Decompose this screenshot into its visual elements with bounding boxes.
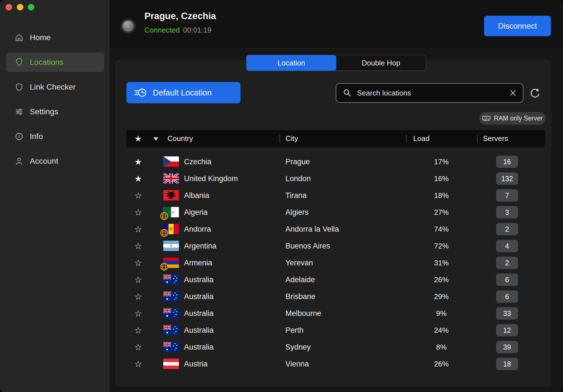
table-row[interactable]: ☆ Australia Perth 24% 12: [126, 322, 545, 339]
servers-count-badge: 132: [496, 172, 518, 185]
sidebar-item-label: Settings: [30, 107, 58, 116]
city-cell: Adelaide: [285, 271, 315, 288]
table-row[interactable]: ☆ Algeria Algiers 27% 3: [126, 204, 545, 221]
column-servers[interactable]: Servers: [483, 130, 508, 147]
table-row[interactable]: ☆ Albania Tirana 18% 7: [126, 187, 545, 204]
load-cell: 27%: [420, 204, 463, 221]
search-input[interactable]: [357, 88, 509, 98]
country-flag-icon: [163, 190, 179, 200]
mode-tabs: Location Double Hop: [246, 55, 426, 71]
home-icon: [15, 33, 24, 42]
city-cell: Yerevan: [285, 254, 313, 271]
country-flag-icon: [163, 308, 179, 318]
window-zoom-button[interactable]: [28, 4, 34, 10]
table-row[interactable]: ☆ Austria Vienna 26% 18: [126, 355, 545, 372]
sliders-icon: [15, 107, 24, 116]
city-cell: Tirana: [285, 187, 307, 204]
sidebar-item-settings[interactable]: Settings: [6, 102, 104, 121]
tab-double-hop[interactable]: Double Hop: [336, 55, 426, 70]
load-cell: 26%: [420, 355, 463, 372]
sidebar-item-info[interactable]: Info: [6, 127, 104, 146]
disconnect-button[interactable]: Disconnect: [484, 16, 551, 36]
favorite-star-outline-icon[interactable]: ☆: [134, 339, 142, 355]
load-cell: 18%: [420, 187, 463, 204]
load-cell: 16%: [420, 170, 463, 187]
sidebar-item-home[interactable]: Home: [6, 28, 104, 47]
favorite-star-outline-icon[interactable]: ☆: [134, 221, 142, 238]
favorite-star-outline-icon[interactable]: ☆: [134, 305, 142, 322]
person-icon: [15, 157, 24, 166]
favorite-star-filled-icon[interactable]: ★: [134, 170, 142, 187]
sidebar-item-label: Home: [30, 33, 51, 42]
load-cell: 29%: [420, 288, 463, 305]
load-cell: 74%: [420, 221, 463, 238]
favorite-star-outline-icon[interactable]: ☆: [134, 254, 142, 271]
table-row[interactable]: ★ United Kingdom London 16% 132: [126, 170, 545, 187]
servers-count-badge: 2: [496, 257, 518, 269]
window-minimize-button[interactable]: [17, 4, 23, 10]
table-row[interactable]: ☆ Andorra Andorra la Vella 74% 2: [126, 221, 545, 238]
load-cell: 8%: [420, 339, 463, 355]
servers-count-badge: 12: [496, 324, 518, 336]
table-row[interactable]: ☆ Australia Melbourne 9% 33: [126, 305, 545, 322]
table-row[interactable]: ☆ Argentina Buenos Aires 72% 4: [126, 238, 545, 254]
sidebar: Home Locations Link Checker Settings Inf…: [0, 0, 110, 392]
favorite-star-outline-icon[interactable]: ☆: [134, 288, 142, 305]
favorite-star-outline-icon[interactable]: ☆: [134, 238, 142, 254]
city-cell: Melbourne: [285, 305, 321, 322]
country-flag-icon: [163, 207, 179, 217]
table-row[interactable]: ☆ Australia Sydney 8% 39: [126, 339, 545, 355]
column-load[interactable]: Load: [413, 130, 430, 147]
tab-location[interactable]: Location: [246, 55, 336, 71]
clear-search-icon[interactable]: [509, 89, 517, 97]
table-row[interactable]: ☆ Australia Adelaide 26% 6: [126, 271, 545, 288]
servers-count-badge: 2: [496, 223, 518, 235]
window-close-button[interactable]: [6, 4, 12, 10]
country-flag-icon: [163, 224, 179, 234]
column-city[interactable]: City: [285, 130, 298, 147]
column-divider: [280, 135, 280, 143]
refresh-button[interactable]: [528, 87, 541, 100]
app-window: Home Locations Link Checker Settings Inf…: [0, 0, 563, 392]
servers-count-badge: 18: [496, 358, 518, 370]
servers-count-badge: 6: [496, 274, 518, 286]
search-box: [336, 83, 523, 103]
shield-icon: [15, 83, 24, 92]
country-flag-icon: [163, 257, 179, 268]
ram-only-server-badge[interactable]: RAM only Server: [479, 112, 546, 125]
default-location-button[interactable]: Default Location: [126, 82, 240, 103]
table-row[interactable]: ☆ Australia Brisbane 29% 6: [126, 288, 545, 305]
virtual-location-globe-icon: [160, 263, 168, 271]
favorite-star-outline-icon[interactable]: ☆: [134, 271, 142, 288]
city-cell: Brisbane: [285, 288, 315, 305]
favorite-star-filled-icon[interactable]: ★: [134, 153, 142, 170]
column-divider: [477, 135, 478, 143]
table-row[interactable]: ★ Czechia Prague 17% 16: [126, 153, 545, 170]
country-cell: Australia: [184, 305, 214, 322]
country-flag-icon: [163, 342, 179, 352]
sidebar-item-label: Link Checker: [30, 83, 76, 92]
status-ball-icon: [122, 20, 134, 32]
column-country[interactable]: Country: [167, 130, 193, 147]
sidebar-item-link-checker[interactable]: Link Checker: [6, 78, 104, 97]
country-cell: Algeria: [184, 204, 208, 221]
favorite-star-outline-icon[interactable]: ☆: [134, 204, 142, 221]
favorite-star-outline-icon[interactable]: ☆: [134, 187, 142, 204]
servers-count-badge: 3: [496, 206, 518, 218]
servers-count-badge: 16: [496, 156, 518, 168]
load-cell: 24%: [420, 322, 463, 339]
ram-chip-icon: [482, 115, 491, 122]
sidebar-item-account[interactable]: Account: [6, 152, 104, 171]
locations-table: ★ Czechia Prague 17% 16★ United Kingdom …: [126, 153, 545, 372]
table-row[interactable]: ☆ Armenia Yerevan 31% 2: [126, 254, 545, 271]
servers-count-badge: 33: [496, 307, 518, 320]
sidebar-item-locations[interactable]: Locations: [6, 53, 104, 72]
country-flag-icon: [163, 274, 179, 285]
favorites-column-icon[interactable]: ★: [134, 130, 142, 147]
connected-location-title: Prague, Czechia: [144, 11, 216, 21]
sort-descending-icon[interactable]: [153, 137, 158, 141]
favorite-star-outline-icon[interactable]: ☆: [134, 322, 142, 339]
city-cell: Perth: [285, 322, 304, 339]
load-cell: 9%: [420, 305, 463, 322]
favorite-star-outline-icon[interactable]: ☆: [134, 355, 142, 372]
